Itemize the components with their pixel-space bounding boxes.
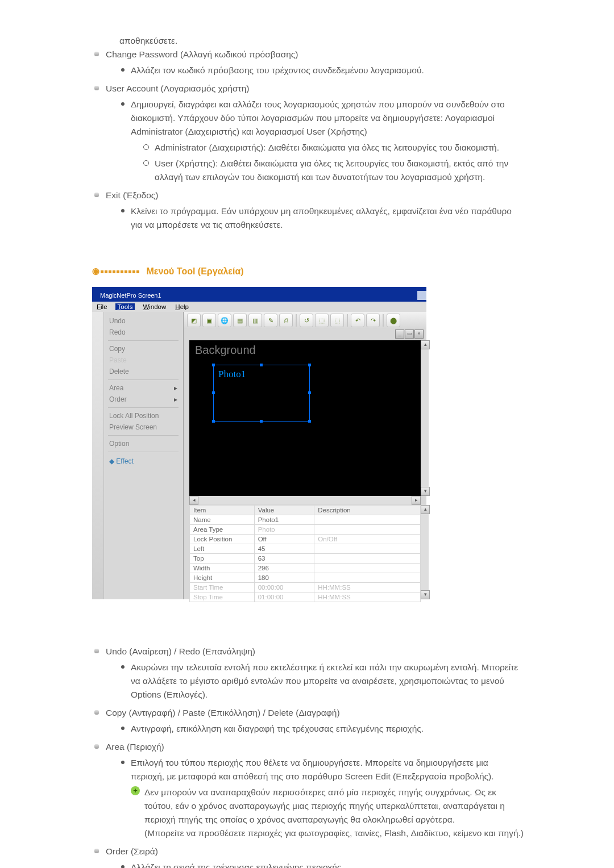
tool-icon[interactable]: ✎ (264, 314, 277, 327)
section-heading: ◉ Μενού Tool (Εργαλεία) (92, 266, 524, 277)
cell (314, 564, 421, 573)
tool-icon[interactable]: ⬚ (330, 314, 344, 327)
undo-redo-item: Undo (Αναίρεση) / Redo (Επανάληψη) Ακυρώ… (92, 645, 524, 702)
tool-icon[interactable]: ↶ (351, 314, 364, 327)
menu-undo[interactable]: Undo (103, 315, 183, 327)
area-item: Area (Περιοχή) Επιλογή του τύπου περιοχή… (92, 740, 524, 840)
item-title: Undo (Αναίρεση) / Redo (Επανάληψη) (106, 646, 255, 656)
plus-note: Δεν μπορούν να αναπαραχθούν περισσότερες… (131, 786, 524, 840)
cell: HH:MM:SS (314, 592, 421, 602)
app-body: Undo Redo Copy Paste Delete Area▸ Order▸… (92, 312, 426, 599)
photo-area[interactable]: Photo1 (213, 365, 310, 422)
section-title: Μενού Tool (Εργαλεία) (146, 266, 243, 276)
menu-preview[interactable]: Preview Screen (103, 422, 183, 433)
menu-help[interactable]: Help (174, 303, 190, 310)
order-item: Order (Σειρά) Αλλάζει τη σειρά της τρέχο… (92, 845, 524, 868)
tool-icon[interactable]: ▤ (233, 314, 247, 327)
bullet: Αλλάζει τη σειρά της τρέχουσας επιλεγμέν… (119, 861, 524, 868)
cell: On/Off (314, 535, 421, 544)
h-scrollbar[interactable]: ◂▸ (189, 496, 421, 504)
cell: Height (190, 573, 255, 583)
cell: Area Type (190, 525, 255, 535)
mdi-buttons: _ ▭ × (395, 329, 424, 339)
v-scrollbar[interactable]: ▴▾ (421, 340, 429, 496)
cell: Stop Time (190, 592, 255, 602)
col-item: Item (190, 506, 255, 515)
bullet: Αντιγραφή, επικόλληση και διαγραφή της τ… (119, 722, 524, 736)
top-list: Change Password (Αλλαγή κωδικού πρόσβαση… (92, 48, 524, 232)
minimize-icon[interactable]: _ (395, 329, 404, 339)
menu-tools[interactable]: Tools (115, 303, 135, 310)
table-row: Top63 (190, 554, 421, 564)
table-row: Left45 (190, 544, 421, 554)
close-icon[interactable] (417, 291, 426, 300)
menu-copy[interactable]: Copy (103, 343, 183, 354)
cell[interactable]: 00:00:00 (254, 583, 314, 592)
orphan-line: αποθηκεύσετε. (119, 34, 524, 48)
close-icon[interactable]: × (414, 329, 424, 339)
cell: Left (190, 544, 255, 554)
cell[interactable]: 296 (254, 564, 314, 573)
cell[interactable]: Off (254, 535, 314, 544)
item-title: Exit (Έξοδος) (106, 190, 159, 200)
col-description: Description (314, 506, 421, 515)
copy-paste-delete-item: Copy (Αντιγραφή) / Paste (Επικόλληση) / … (92, 706, 524, 736)
menu-option[interactable]: Option (103, 438, 183, 449)
tool-icon[interactable]: 🌐 (218, 314, 231, 327)
item-title: Change Password (Αλλαγή κωδικού πρόσβαση… (106, 49, 298, 59)
restore-icon[interactable]: ▭ (405, 329, 414, 339)
table-row: Lock PositionOffOn/Off (190, 535, 421, 544)
tools-dropdown: Undo Redo Copy Paste Delete Area▸ Order▸… (92, 312, 184, 599)
menu-area[interactable]: Area▸ (103, 382, 183, 394)
user-account-item: User Account (Λογαριασμός χρήστη) Δημιου… (92, 82, 524, 184)
item-title: Copy (Αντιγραφή) / Paste (Επικόλληση) / … (106, 708, 340, 717)
main-area: ◩ ▣ 🌐 ▤ ▥ ✎ ⎙ ↺ ⬚ ⬚ ↶ ↷ (184, 312, 426, 599)
table-row: NamePhoto1 (190, 515, 421, 525)
cell[interactable]: Photo (254, 525, 314, 535)
cell (314, 525, 421, 535)
photo-label: Photo1 (214, 365, 309, 380)
table-row: Start Time00:00:00HH:MM:SS (190, 583, 421, 592)
screen-canvas[interactable]: Background Photo1 (189, 340, 421, 496)
cell[interactable]: 45 (254, 544, 314, 554)
tool-icon[interactable]: ↺ (300, 314, 313, 327)
bullet: Επιλογή του τύπου περιοχής που θέλετε να… (119, 756, 524, 840)
tool-icon[interactable]: ⬚ (315, 314, 329, 327)
window-title: MagicNetPro Screen1 (100, 292, 161, 299)
cell[interactable]: 63 (254, 554, 314, 564)
window-titlebar: MagicNetPro Screen1 (92, 291, 426, 302)
menu-order[interactable]: Order▸ (103, 394, 183, 405)
cell (314, 515, 421, 525)
grid-v-scrollbar[interactable]: ▴▾ (421, 505, 429, 599)
tool-icon[interactable]: ▥ (248, 314, 262, 327)
table-row: Width296 (190, 564, 421, 573)
cell[interactable]: 01:00:00 (254, 592, 314, 602)
tool-icon[interactable]: ↷ (366, 314, 380, 327)
cell (314, 573, 421, 583)
menu-paste: Paste (103, 354, 183, 366)
tool-icon[interactable]: ⬤ (387, 314, 400, 327)
cell (314, 554, 421, 564)
menu-lock-all[interactable]: Lock All Position (103, 410, 183, 422)
item-title: User Account (Λογαριασμός χρήστη) (106, 84, 250, 93)
menu-redo[interactable]: Redo (103, 327, 183, 338)
table-row: Area TypePhoto (190, 525, 421, 535)
tool-icon[interactable]: ⎙ (279, 314, 293, 327)
bullet: Αλλάζει τον κωδικό πρόσβασης του τρέχοντ… (119, 64, 524, 77)
cell: Start Time (190, 583, 255, 592)
item-title: Order (Σειρά) (106, 846, 158, 856)
menu-window[interactable]: Window (142, 303, 167, 310)
menu-file[interactable]: File (96, 303, 109, 310)
cell: Width (190, 564, 255, 573)
tool-icon[interactable]: ◩ (187, 314, 201, 327)
bullet: Δημιουργεί, διαγράφει και αλλάζει τους λ… (119, 98, 524, 184)
cell: Lock Position (190, 535, 255, 544)
toolbar: ◩ ▣ 🌐 ▤ ▥ ✎ ⎙ ↺ ⬚ ⬚ ↶ ↷ (184, 312, 426, 329)
cell[interactable]: Photo1 (254, 515, 314, 525)
tool-icon[interactable]: ▣ (202, 314, 216, 327)
exit-item: Exit (Έξοδος) Κλείνει το πρόγραμμα. Εάν … (92, 189, 524, 232)
menu-delete[interactable]: Delete (103, 366, 183, 377)
menu-effect-highlight[interactable]: ◆ Effect (103, 456, 183, 467)
cell: Top (190, 554, 255, 564)
cell[interactable]: 180 (254, 573, 314, 583)
